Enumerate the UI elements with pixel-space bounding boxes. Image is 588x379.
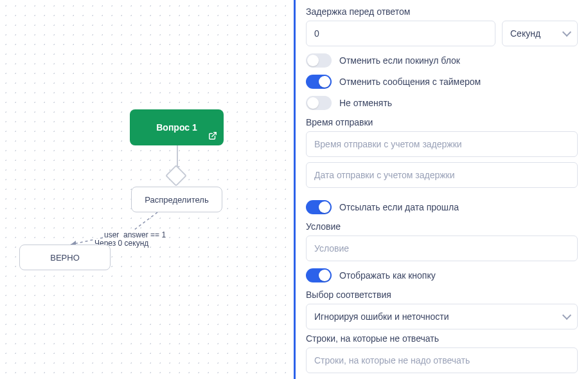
node-decision-diamond[interactable] <box>168 168 184 183</box>
edge-condition-label: user_answer == 1 <box>103 230 167 239</box>
match-select[interactable]: Игнорируя ошибки и неточности <box>306 304 578 329</box>
external-link-icon[interactable] <box>208 131 217 140</box>
ignore-lines-input[interactable] <box>306 347 578 373</box>
node-question[interactable]: Вопрос 1 <box>130 109 224 145</box>
node-correct[interactable]: ВЕРНО <box>19 245 111 270</box>
send-date-input[interactable] <box>306 162 578 188</box>
settings-panel: Задержка перед ответом Секунд Отменить е… <box>294 0 588 379</box>
match-select-label: Выбор соответствия <box>306 290 578 300</box>
flow-canvas[interactable]: Вопрос 1 Распределитель user_answer == 1… <box>0 0 294 379</box>
edge-line <box>177 145 178 168</box>
toggle-cancel-leave[interactable] <box>306 53 332 68</box>
delay-input[interactable] <box>306 21 495 46</box>
node-correct-label: ВЕРНО <box>50 253 80 263</box>
toggle-no-cancel-label: Не отменять <box>339 98 392 108</box>
delay-label: Задержка перед ответом <box>306 6 578 17</box>
send-time-input[interactable] <box>306 131 578 157</box>
svg-line-0 <box>212 133 216 136</box>
toggle-show-as-button-label: Отображать как кнопку <box>339 270 436 281</box>
condition-label: Условие <box>306 221 578 232</box>
send-time-label: Время отправки <box>306 117 578 127</box>
toggle-cancel-leave-label: Отменить если покинул блок <box>339 55 460 66</box>
node-distributor-label: Распределитель <box>145 195 208 205</box>
toggle-cancel-timer-label: Отменить сообщения с таймером <box>339 77 481 87</box>
toggle-no-cancel[interactable] <box>306 96 332 110</box>
toggle-send-if-past[interactable] <box>306 200 332 214</box>
toggle-show-as-button[interactable] <box>306 268 332 282</box>
ignore-lines-label: Строки, на которые не отвечать <box>306 333 578 344</box>
toggle-cancel-timer[interactable] <box>306 75 332 89</box>
delay-unit-select[interactable]: Секунд <box>502 21 578 46</box>
condition-input[interactable] <box>306 236 578 261</box>
toggle-send-if-past-label: Отсылать если дата прошла <box>339 202 459 212</box>
node-distributor[interactable]: Распределитель <box>131 187 222 212</box>
node-question-label: Вопрос 1 <box>156 122 197 133</box>
